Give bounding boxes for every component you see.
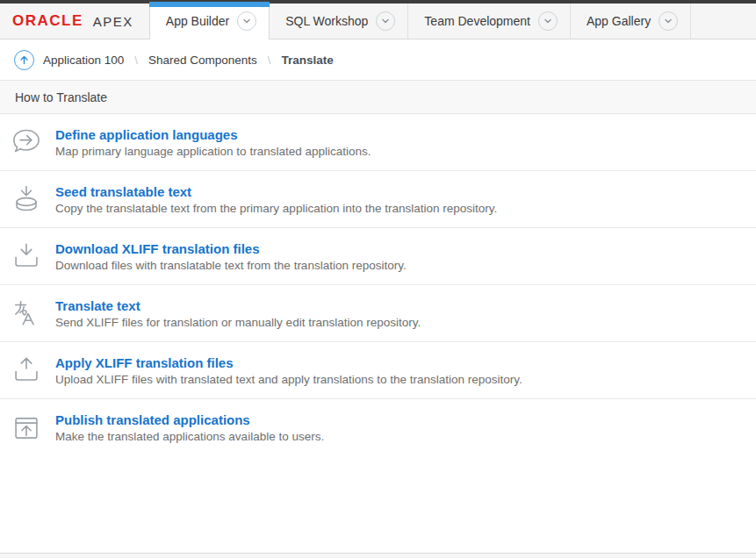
task-description: Send XLIFF files for translation or manu…: [55, 316, 421, 329]
tab-label: Team Development: [424, 14, 530, 28]
page-title: How to Translate: [0, 81, 756, 114]
oracle-wordmark: ORACLE: [12, 12, 87, 30]
breadcrumb-application[interactable]: Application 100: [43, 54, 124, 67]
task-description: Map primary language application to tran…: [55, 145, 371, 158]
task-link[interactable]: Download XLIFF translation files: [55, 241, 407, 256]
breadcrumb-separator: \: [133, 54, 140, 67]
translate-task-list: Define application languages Map primary…: [0, 114, 756, 456]
tab-sql-workshop[interactable]: SQL Workshop: [270, 4, 408, 39]
speech-bubble-arrow-icon: [11, 127, 41, 157]
up-level-icon[interactable]: [14, 50, 34, 70]
tabbar-filler: [691, 4, 756, 39]
chevron-down-icon[interactable]: [538, 11, 558, 31]
task-link[interactable]: Seed translatable text: [55, 184, 497, 199]
task-row-apply-xliff: Apply XLIFF translation files Upload XLI…: [0, 342, 756, 399]
task-row-translate-text: Translate text Send XLIFF files for tran…: [0, 285, 756, 342]
task-description: Make the translated applications availab…: [55, 430, 324, 443]
tab-label: SQL Workshop: [285, 14, 368, 28]
tab-label: App Gallery: [587, 14, 651, 28]
task-description: Copy the translatable text from the prim…: [55, 202, 497, 215]
tab-app-builder[interactable]: App Builder: [149, 4, 270, 39]
chevron-down-icon[interactable]: [376, 11, 395, 31]
breadcrumb-shared-components[interactable]: Shared Components: [148, 54, 257, 67]
footer-strip: [0, 553, 756, 558]
translate-characters-icon: [11, 298, 41, 328]
task-link[interactable]: Apply XLIFF translation files: [55, 355, 522, 370]
upload-tray-icon: [11, 355, 41, 385]
task-description: Upload XLIFF files with translated text …: [55, 373, 522, 386]
breadcrumb-current-translate: Translate: [281, 54, 333, 67]
task-row-seed-text: Seed translatable text Copy the translat…: [0, 171, 756, 228]
tab-team-development[interactable]: Team Development: [408, 4, 571, 39]
chevron-down-icon[interactable]: [237, 11, 256, 31]
task-link[interactable]: Publish translated applications: [55, 412, 324, 427]
task-row-download-xliff: Download XLIFF translation files Downloa…: [0, 228, 756, 285]
breadcrumb: Application 100 \ Shared Components \ Tr…: [0, 39, 756, 81]
task-link[interactable]: Define application languages: [55, 127, 371, 142]
breadcrumb-separator: \: [266, 54, 273, 67]
oracle-apex-logo: ORACLE APEX: [0, 4, 149, 39]
tab-label: App Builder: [166, 14, 229, 28]
seed-database-icon: [11, 184, 41, 214]
content-filler: [0, 456, 756, 553]
download-tray-icon: [11, 241, 41, 271]
task-row-define-languages: Define application languages Map primary…: [0, 114, 756, 171]
tab-app-gallery[interactable]: App Gallery: [571, 4, 691, 39]
task-description: Download files with translatable text fr…: [55, 259, 407, 272]
task-row-publish-apps: Publish translated applications Make the…: [0, 399, 756, 456]
main-tabbar: ORACLE APEX App Builder SQL Workshop Tea…: [0, 4, 756, 39]
apex-wordmark: APEX: [93, 14, 133, 29]
chevron-down-icon[interactable]: [659, 11, 678, 31]
task-link[interactable]: Translate text: [55, 298, 421, 313]
publish-window-icon: [11, 413, 41, 443]
